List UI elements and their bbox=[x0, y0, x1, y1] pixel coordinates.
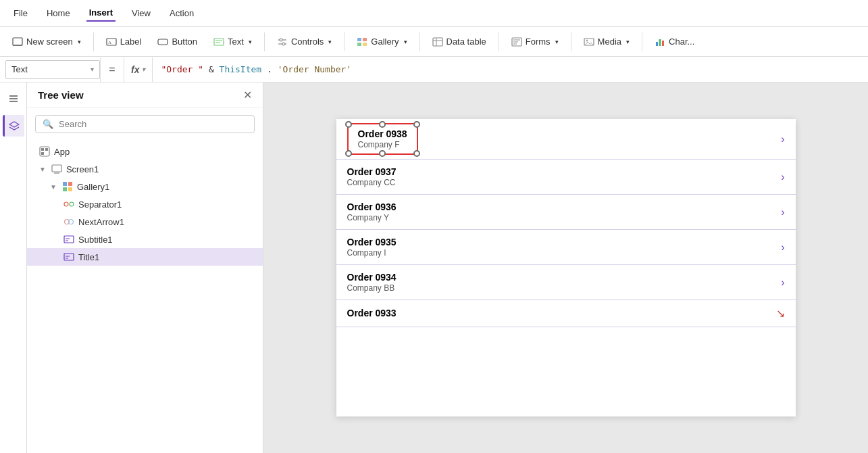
button-toolbar-btn[interactable]: Button bbox=[151, 34, 204, 50]
charts-button[interactable]: Char... bbox=[648, 34, 701, 50]
svg-point-10 bbox=[280, 39, 282, 41]
tree-close-button[interactable]: ✕ bbox=[243, 90, 252, 101]
tree-item-separator1[interactable]: Separator1 bbox=[27, 195, 263, 213]
data-table-icon bbox=[432, 37, 443, 47]
svg-rect-36 bbox=[52, 165, 61, 172]
controls-icon bbox=[277, 37, 288, 47]
handle-tr[interactable] bbox=[413, 121, 420, 128]
menu-insert[interactable]: Insert bbox=[86, 5, 116, 22]
separator-tree-icon bbox=[63, 199, 74, 210]
media-button[interactable]: Media ▾ bbox=[577, 34, 636, 50]
tree-item-gallery1[interactable]: ▼ Gallery1 bbox=[27, 178, 263, 195]
gallery-item-3[interactable]: Order 0935 Company I › bbox=[336, 230, 796, 265]
tree-item-screen1[interactable]: ▼ Screen1 bbox=[27, 160, 263, 178]
svg-rect-38 bbox=[63, 182, 67, 186]
svg-point-43 bbox=[70, 202, 74, 206]
svg-rect-40 bbox=[63, 187, 67, 191]
gallery-tree-icon bbox=[62, 181, 73, 192]
gallery-item-2[interactable]: Order 0936 Company Y › bbox=[336, 195, 796, 230]
forms-icon bbox=[511, 37, 522, 47]
svg-rect-41 bbox=[68, 187, 72, 191]
button-icon bbox=[157, 37, 168, 47]
formula-content[interactable]: "Order " & ThisItem . 'Order Number' bbox=[153, 64, 868, 74]
text-tree-icon-title bbox=[63, 252, 74, 262]
tree-item-subtitle1[interactable]: Subtitle1 bbox=[27, 231, 263, 248]
media-caret: ▾ bbox=[626, 39, 630, 45]
gallery-item-0[interactable]: Order 0938 Company F › bbox=[336, 119, 796, 160]
gallery-item-1[interactable]: Order 0937 Company CC › bbox=[336, 160, 796, 195]
text-caret: ▾ bbox=[249, 39, 252, 45]
fx-button[interactable]: fx ▾ bbox=[124, 57, 153, 82]
tree-search-input[interactable] bbox=[59, 119, 247, 129]
tree-title: Tree view bbox=[38, 89, 84, 101]
toolbar: New screen ▾ A Label Button Text ▾ bbox=[0, 27, 868, 57]
text-tree-icon-subtitle bbox=[63, 234, 74, 245]
forms-button[interactable]: Forms ▾ bbox=[505, 34, 565, 50]
first-item-content: Order 0938 Company F bbox=[354, 127, 411, 151]
forms-caret: ▾ bbox=[555, 39, 559, 45]
formula-selector[interactable]: Text ▾ bbox=[5, 60, 100, 79]
charts-icon bbox=[655, 37, 665, 47]
item-2-arrow: › bbox=[781, 206, 784, 218]
selected-item-border: Order 0938 Company F bbox=[347, 123, 418, 155]
gallery-item-5[interactable]: Order 0933 ↘ bbox=[336, 300, 796, 327]
svg-rect-12 bbox=[357, 38, 361, 41]
item-0-arrow: › bbox=[781, 133, 784, 145]
handle-tl[interactable] bbox=[345, 121, 352, 128]
svg-rect-33 bbox=[41, 148, 44, 151]
gallery1-collapse[interactable]: ▼ bbox=[50, 183, 57, 191]
controls-button[interactable]: Controls ▾ bbox=[270, 34, 338, 50]
gallery-icon bbox=[357, 37, 367, 47]
item-5-arrow: ↘ bbox=[776, 307, 785, 320]
data-table-button[interactable]: Data table bbox=[426, 34, 493, 50]
screen-tree-icon bbox=[51, 164, 62, 174]
divider-2 bbox=[264, 32, 265, 51]
layers-button[interactable] bbox=[3, 115, 24, 137]
formula-bar: Text ▾ = fx ▾ "Order " & ThisItem . 'Ord… bbox=[0, 57, 868, 82]
gallery-button[interactable]: Gallery ▾ bbox=[350, 34, 413, 50]
layers-icon bbox=[9, 120, 20, 131]
gallery-list: Order 0938 Company F › Order 0937 Compan… bbox=[336, 119, 796, 327]
label-button[interactable]: A Label bbox=[99, 34, 149, 50]
menu-action[interactable]: Action bbox=[167, 5, 197, 21]
hamburger-menu-button[interactable] bbox=[3, 88, 24, 110]
tree-search-box[interactable]: 🔍 bbox=[35, 115, 255, 133]
hamburger-icon bbox=[8, 93, 19, 104]
tree-panel: Tree view ✕ 🔍 App ▼ bbox=[27, 82, 263, 453]
svg-rect-0 bbox=[13, 38, 22, 45]
svg-rect-4 bbox=[158, 39, 168, 45]
screen1-collapse[interactable]: ▼ bbox=[39, 166, 46, 173]
svg-rect-14 bbox=[357, 43, 361, 46]
tree-item-title1[interactable]: Title1 bbox=[27, 248, 263, 266]
divider-5 bbox=[499, 32, 499, 51]
svg-rect-46 bbox=[64, 236, 74, 243]
svg-rect-16 bbox=[433, 38, 442, 46]
divider-3 bbox=[344, 32, 344, 51]
gallery-caret: ▾ bbox=[404, 39, 407, 45]
svg-rect-13 bbox=[363, 38, 367, 41]
text-toolbar-button[interactable]: Text ▾ bbox=[207, 34, 259, 50]
svg-text:A: A bbox=[108, 40, 111, 45]
main-layout: Tree view ✕ 🔍 App ▼ bbox=[0, 82, 868, 453]
menu-bar: File Home Insert View Action bbox=[0, 0, 868, 27]
tree-item-app[interactable]: App bbox=[27, 143, 263, 160]
handle-bm[interactable] bbox=[379, 150, 386, 157]
svg-rect-34 bbox=[45, 148, 48, 151]
divider-7 bbox=[642, 32, 642, 51]
menu-home[interactable]: Home bbox=[44, 5, 73, 21]
svg-rect-25 bbox=[656, 42, 658, 46]
menu-view[interactable]: View bbox=[129, 5, 153, 21]
handle-bl[interactable] bbox=[345, 150, 352, 157]
new-screen-icon bbox=[12, 37, 23, 47]
formula-selector-caret: ▾ bbox=[91, 66, 94, 73]
arrow-tree-icon bbox=[63, 216, 74, 227]
svg-rect-5 bbox=[214, 39, 224, 45]
tree-search-icon: 🔍 bbox=[43, 119, 53, 129]
gallery-item-4[interactable]: Order 0934 Company BB › bbox=[336, 265, 796, 300]
item-4-arrow: › bbox=[781, 277, 784, 289]
menu-file[interactable]: File bbox=[11, 5, 30, 21]
handle-br[interactable] bbox=[413, 150, 420, 157]
svg-point-11 bbox=[282, 43, 285, 45]
new-screen-button[interactable]: New screen ▾ bbox=[5, 34, 88, 50]
tree-item-nextarrow1[interactable]: NextArrow1 bbox=[27, 213, 263, 231]
